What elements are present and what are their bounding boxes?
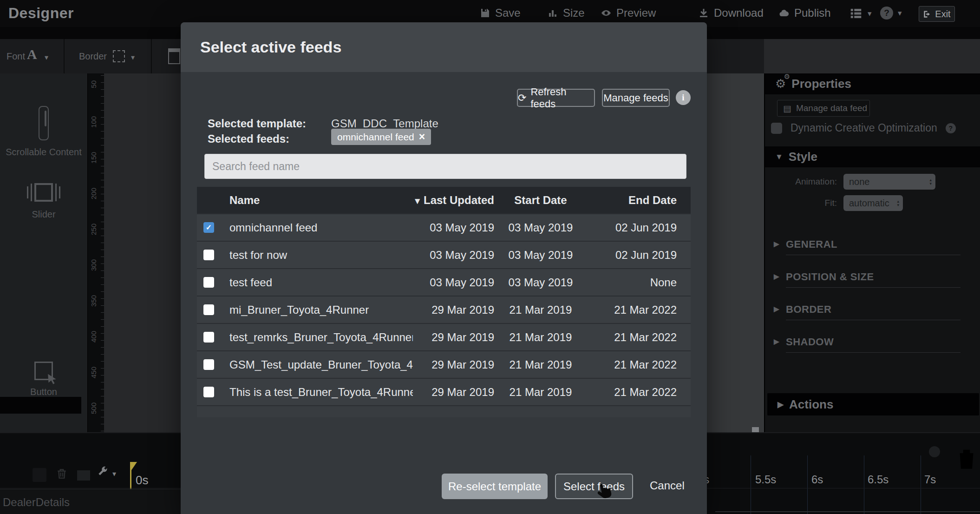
style-section-header[interactable]: ▼ Style [765, 146, 980, 167]
triangle-right-icon: ▶ [774, 240, 779, 248]
dco-checkbox[interactable] [771, 123, 782, 134]
timeline-layer-label: DealerDetails [3, 496, 70, 509]
info-icon[interactable]: ? [946, 123, 956, 133]
chevron-down-icon[interactable]: ▾ [45, 53, 48, 62]
section-divider [786, 255, 960, 255]
timeline-gridline [807, 455, 808, 514]
ruler-label: 400 [90, 331, 98, 343]
feed-name-cell: This is a test_Bruner_Toyota_4Runner [197, 386, 413, 399]
download-button[interactable]: Download [698, 7, 764, 20]
chevron-down-icon[interactable]: ▾ [112, 469, 116, 478]
exit-button[interactable]: Exit [919, 6, 955, 22]
section-general[interactable]: ▶ GENERAL [786, 238, 837, 250]
start-date-cell: 21 Mar 2019 [499, 331, 582, 344]
app-logo: Designer [8, 5, 74, 22]
timeline-tick-label: 5.5s [755, 473, 776, 486]
fit-label: Fit: [785, 198, 837, 208]
list-icon [849, 7, 863, 20]
animation-select[interactable]: none ▴▾ [843, 174, 935, 190]
end-date-cell: 02 Jun 2019 [582, 221, 691, 234]
last-updated-cell: 29 Mar 2019 [413, 303, 499, 316]
manage-feeds-label: Manage feeds [603, 92, 668, 104]
layers-menu-button[interactable]: ▾ [849, 7, 872, 20]
start-date-cell: 03 May 2019 [499, 221, 582, 234]
row-checkbox[interactable] [203, 304, 214, 315]
preview-button[interactable]: Preview [601, 7, 656, 20]
row-checkbox[interactable]: ✓ [203, 222, 214, 233]
trash-icon[interactable] [56, 468, 68, 480]
last-updated-cell: 29 Mar 2019 [413, 358, 499, 371]
section-label: GENERAL [786, 238, 837, 250]
exit-label: Exit [935, 9, 950, 20]
playhead-time-label: 0s [136, 473, 148, 488]
column-header-last-updated[interactable]: ▼Last Updated [413, 194, 499, 207]
table-row[interactable]: test_remrks_Bruner_Toyota_4Runner 29 Mar… [197, 323, 691, 350]
size-button[interactable]: Size [547, 7, 585, 20]
triangle-right-icon: ▶ [774, 272, 779, 281]
trash-icon[interactable] [953, 445, 980, 472]
reselect-template-button[interactable]: Re-select template [442, 474, 548, 499]
row-checkbox[interactable] [203, 332, 214, 343]
table-row[interactable]: mi_Bruner_Toyota_4Runner 29 Mar 2019 21 … [197, 296, 691, 323]
timeline-tool-icon[interactable] [33, 468, 46, 482]
timeline-tick-label: 6s [811, 473, 823, 486]
help-menu-button[interactable]: ? ▾ [880, 7, 902, 20]
chevron-down-icon[interactable]: ▾ [131, 53, 135, 62]
last-updated-cell: 03 May 2019 [413, 276, 499, 289]
column-header-end-date[interactable]: End Date [582, 194, 691, 207]
section-divider [786, 287, 960, 288]
manage-data-feed-button[interactable]: ▤ Manage data feed [777, 100, 870, 117]
timeline-tick-label: 6.5s [868, 473, 889, 486]
timeline-gridline [921, 455, 921, 514]
table-row[interactable]: test for now 03 May 2019 03 May 2019 02 … [197, 241, 691, 268]
column-header-name[interactable]: Name [197, 194, 413, 207]
table-row[interactable]: This is a test_Bruner_Toyota_4Runner 29 … [197, 378, 691, 405]
table-row[interactable]: test feed 03 May 2019 03 May 2019 None [197, 268, 691, 296]
row-checkbox[interactable] [203, 359, 214, 370]
refresh-feeds-button[interactable]: ⟳ Refresh feeds [517, 89, 595, 107]
chip-remove-icon[interactable]: × [419, 131, 425, 143]
publish-button[interactable]: Publish [778, 7, 831, 20]
timeline-tool-icon[interactable] [77, 470, 90, 481]
column-header-start-date[interactable]: Start Date [499, 194, 582, 207]
components-sidebar: Scrollable Content Slider Button [0, 73, 87, 432]
last-updated-cell: 29 Mar 2019 [413, 386, 499, 399]
style-title: Style [789, 150, 817, 164]
section-position-size[interactable]: ▶ POSITION & SIZE [786, 271, 874, 283]
sidebar-item-button[interactable]: Button [0, 362, 87, 397]
wrench-icon[interactable] [96, 466, 109, 479]
timeline-ghost-icon [929, 446, 940, 457]
preview-icon [601, 7, 612, 19]
search-input[interactable] [204, 154, 686, 179]
table-row[interactable]: GSM_Test_update_Bruner_Toyota_4... 29 Ma… [197, 350, 691, 378]
feed-name-cell: ✓ omnichannel feed [197, 221, 413, 234]
section-label: BORDER [786, 303, 831, 315]
timeline-track-line [715, 511, 980, 512]
row-checkbox[interactable] [203, 387, 214, 397]
sidebar-item-slider[interactable]: Slider [0, 183, 87, 220]
help-icon: ? [880, 7, 893, 20]
feed-name-cell: test_remrks_Bruner_Toyota_4Runner [197, 331, 413, 344]
start-date-cell: 21 Mar 2019 [499, 303, 582, 316]
cancel-button[interactable]: Cancel [650, 479, 685, 492]
section-border[interactable]: ▶ BORDER [786, 303, 831, 316]
chip-label: omnichannel feed [337, 132, 414, 143]
sidebar-item-scrollable-content[interactable]: Scrollable Content [0, 106, 87, 158]
save-icon [479, 7, 490, 19]
table-row[interactable]: ✓ omnichannel feed 03 May 2019 03 May 20… [197, 213, 691, 241]
layout-panel-icon[interactable] [168, 48, 180, 64]
section-shadow[interactable]: ▶ SHADOW [786, 336, 834, 348]
sidebar-item-label: Slider [0, 209, 87, 220]
border-style-icon[interactable] [113, 50, 125, 62]
fit-select[interactable]: automatic ▴▾ [843, 195, 903, 211]
border-label: Border [79, 51, 107, 62]
save-button[interactable]: Save [479, 7, 521, 20]
manage-feeds-button[interactable]: Manage feeds [602, 89, 670, 107]
publish-label: Publish [794, 7, 831, 20]
row-checkbox[interactable] [203, 250, 214, 260]
sidebar-selected-row[interactable] [0, 397, 81, 414]
row-checkbox[interactable] [203, 277, 214, 288]
actions-section-header[interactable]: ▶ Actions [767, 393, 979, 415]
font-picker[interactable]: A [27, 46, 37, 62]
info-icon[interactable]: i [676, 90, 691, 105]
